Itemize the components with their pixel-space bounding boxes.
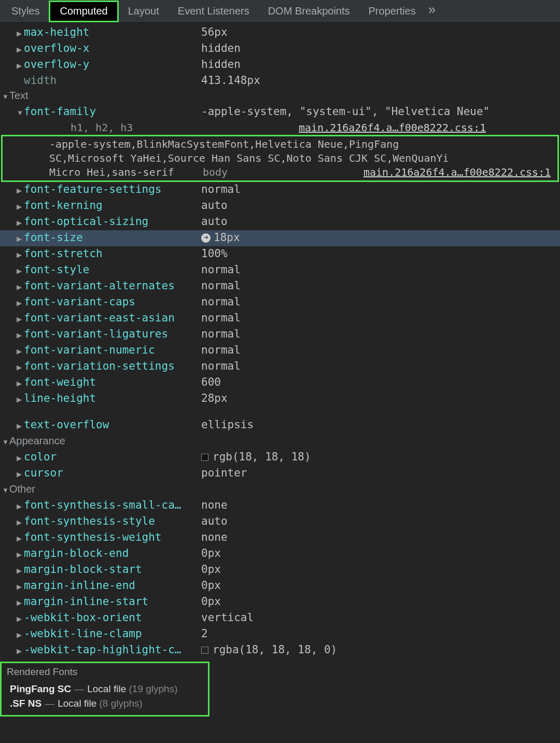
prop-font-family[interactable]: ▼ font-family -apple-system, "system-ui"…: [0, 104, 560, 120]
prop-font-weight[interactable]: ▶font-weight600: [0, 375, 560, 391]
prop-name: margin-block-start: [24, 562, 201, 577]
caret-right-icon: ▶: [17, 360, 24, 375]
prop-value: normal: [201, 359, 241, 374]
prop-margin-block-start[interactable]: ▶margin-block-start0px: [0, 562, 560, 578]
prop-margin-block-end[interactable]: ▶margin-block-end0px: [0, 546, 560, 562]
computed-panel: ▶max-height56px▶overflow-xhidden▶overflo…: [0, 23, 560, 717]
group-other[interactable]: ▼ Other: [0, 482, 560, 498]
tab-event-listeners[interactable]: Event Listeners: [169, 0, 259, 22]
caret-right-icon: ▶: [17, 392, 24, 407]
prop-font-optical-sizing[interactable]: ▶font-optical-sizingauto: [0, 214, 560, 230]
rendered-font-item: .SF NS—Local file (8 glyphs): [7, 696, 207, 711]
prop-font-variant-alternates[interactable]: ▶font-variant-alternatesnormal: [0, 278, 560, 295]
devtools-tabs: Styles Computed Layout Event Listeners D…: [0, 0, 560, 23]
prop-font-kerning[interactable]: ▶font-kerningauto: [0, 198, 560, 214]
prop-name: overflow-y: [24, 57, 201, 72]
prop-value: 600: [201, 375, 221, 390]
caret-right-icon: ▶: [17, 42, 24, 57]
prop-font-variation-settings[interactable]: ▶font-variation-settingsnormal: [0, 359, 560, 375]
selector: h1, h2, h3: [71, 120, 299, 135]
group-text[interactable]: ▼ Text: [0, 88, 560, 104]
prop-name: -webkit-tap-highlight-c…: [24, 642, 201, 657]
prop-value: rgba(18, 18, 18, 0): [201, 642, 337, 657]
prop-name: -webkit-line-clamp: [24, 626, 201, 641]
prop-value: normal: [201, 182, 241, 197]
expand-text: -apple-system,BlinkMacSystemFont,Helveti…: [49, 137, 557, 151]
source-link[interactable]: main.216a26f4.a…f00e8222.css:1: [363, 165, 551, 179]
tab-layout[interactable]: Layout: [119, 0, 169, 22]
caret-right-icon: ▶: [17, 563, 24, 578]
caret-right-icon: ▶: [17, 515, 24, 530]
prop-value: 0px: [201, 546, 221, 561]
font-source: Local file: [87, 683, 126, 694]
prop-name: font-variant-east-asian: [24, 311, 201, 326]
rendered-fonts-title: Rendered Fonts: [7, 666, 207, 678]
prop-name: font-synthesis-small-ca…: [24, 498, 201, 513]
caret-right-icon: ▶: [17, 328, 24, 343]
caret-right-icon: ▶: [17, 418, 24, 433]
prop-name: overflow-x: [24, 41, 201, 56]
prop-width[interactable]: width413.148px: [0, 73, 560, 88]
caret-down-icon: ▼: [2, 89, 9, 104]
prop-cursor[interactable]: ▶cursorpointer: [0, 466, 560, 482]
prop-max-height[interactable]: ▶max-height56px: [0, 25, 560, 41]
color-swatch[interactable]: [201, 454, 208, 461]
prop-text-overflow[interactable]: ▶ text-overflow ellipsis: [0, 417, 560, 433]
prop-value: normal: [201, 262, 241, 277]
caret-right-icon: ▶: [17, 312, 24, 327]
prop-color[interactable]: ▶colorrgb(18, 18, 18): [0, 450, 560, 466]
prop-value: 56px: [201, 25, 228, 40]
prop-value: 0px: [201, 578, 221, 593]
prop-name: font-feature-settings: [24, 182, 201, 197]
prop-font-style[interactable]: ▶font-stylenormal: [0, 262, 560, 278]
prop-overflow-x[interactable]: ▶overflow-xhidden: [0, 41, 560, 57]
prop-margin-inline-start[interactable]: ▶margin-inline-start0px: [0, 594, 560, 610]
prop--webkit-box-orient[interactable]: ▶-webkit-box-orientvertical: [0, 610, 560, 626]
prop-value: none: [201, 530, 228, 545]
prop-value: hidden: [201, 41, 241, 56]
tab-computed[interactable]: Computed: [49, 1, 118, 22]
font-source: Local file: [58, 698, 96, 709]
more-tabs-icon[interactable]: »: [425, 2, 441, 21]
source-link[interactable]: main.216a26f4.a…f00e8222.css:1: [299, 120, 486, 135]
tab-properties[interactable]: Properties: [359, 0, 425, 22]
tab-styles[interactable]: Styles: [2, 0, 49, 22]
prop-font-stretch[interactable]: ▶font-stretch100%: [0, 246, 560, 262]
prop-value: rgb(18, 18, 18): [201, 450, 311, 465]
color-swatch[interactable]: [201, 647, 208, 654]
prop--webkit-tap-highlight-c…[interactable]: ▶-webkit-tap-highlight-c…rgba(18, 18, 18…: [0, 642, 560, 658]
prop-line-height[interactable]: ▶line-height28px: [0, 391, 560, 407]
prop-name: -webkit-box-orient: [24, 610, 201, 625]
prop-font-synthesis-small-ca…[interactable]: ▶font-synthesis-small-ca…none: [0, 498, 560, 514]
prop-value: auto: [201, 214, 228, 229]
prop-value: normal: [201, 278, 241, 293]
prop-value: auto: [201, 514, 228, 529]
font-name: PingFang SC: [10, 683, 71, 694]
prop-source-row[interactable]: h1, h2, h3 main.216a26f4.a…f00e8222.css:…: [0, 120, 560, 135]
caret-right-icon: ▶: [17, 451, 24, 466]
prop-font-feature-settings[interactable]: ▶font-feature-settingsnormal: [0, 182, 560, 198]
prop-font-variant-east-asian[interactable]: ▶font-variant-east-asiannormal: [0, 311, 560, 327]
prop-margin-inline-end[interactable]: ▶margin-inline-end0px: [0, 578, 560, 594]
prop-font-variant-ligatures[interactable]: ▶font-variant-ligaturesnormal: [0, 327, 560, 343]
prop-font-variant-caps[interactable]: ▶font-variant-capsnormal: [0, 295, 560, 311]
caret-down-icon: ▼: [2, 483, 9, 498]
caret-down-icon: ▼: [2, 434, 9, 450]
prop-name: font-variant-caps: [24, 295, 201, 310]
prop-name: font-variation-settings: [24, 359, 201, 374]
group-appearance[interactable]: ▼ Appearance: [0, 433, 560, 450]
prop--webkit-line-clamp[interactable]: ▶-webkit-line-clamp2: [0, 626, 560, 642]
prop-font-synthesis-weight[interactable]: ▶font-synthesis-weightnone: [0, 530, 560, 546]
caret-right-icon: ▶: [17, 279, 24, 295]
prop-font-variant-numeric[interactable]: ▶font-variant-numericnormal: [0, 343, 560, 359]
prop-name: margin-inline-end: [24, 578, 201, 593]
prop-overflow-y[interactable]: ▶overflow-yhidden: [0, 57, 560, 73]
prop-font-size[interactable]: ▶font-size➜18px: [0, 230, 560, 246]
tab-dom-breakpoints[interactable]: DOM Breakpoints: [259, 0, 359, 22]
prop-value: normal: [201, 343, 241, 358]
prop-name: font-variant-ligatures: [24, 327, 201, 342]
goto-icon[interactable]: ➜: [201, 233, 211, 243]
prop-font-synthesis-style[interactable]: ▶font-synthesis-styleauto: [0, 514, 560, 530]
font-name: .SF NS: [10, 698, 41, 709]
prop-value: ➜18px: [201, 230, 240, 245]
